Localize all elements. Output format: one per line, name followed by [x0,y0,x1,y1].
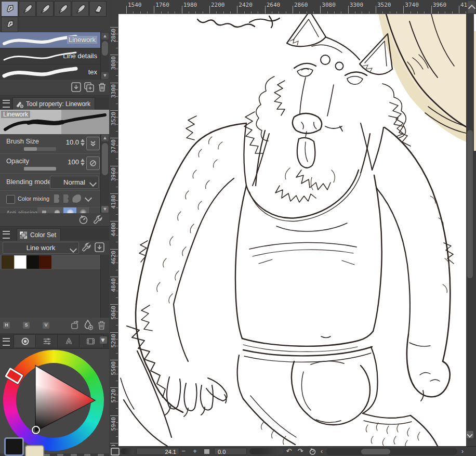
scrollbar-thumb[interactable] [102,41,108,56]
reset-all-icon[interactable] [78,214,89,225]
ruler-label: 3300 [110,84,117,98]
hsv-button-v[interactable]: V [43,322,49,329]
ruler-label: 3080 [322,2,336,8]
hsv-button-s[interactable]: S [23,322,30,329]
zoom-in-button[interactable]: + [191,447,199,456]
color-swatch[interactable] [2,255,14,269]
canvas-horizontal-scrollbar[interactable] [326,448,457,455]
panel-menu-icon[interactable] [3,231,10,239]
brush-preview[interactable]: Linework [0,110,109,134]
color-swatch[interactable] [39,255,51,269]
tab-color-sliders[interactable] [35,334,60,347]
canvas[interactable] [118,14,466,446]
tab-approx-color[interactable] [57,334,82,347]
aa-none-button[interactable] [37,207,51,213]
tool-property-scrollbar[interactable]: ▲ ▼ [100,134,109,213]
color-mixing-presets-icon[interactable] [53,193,82,204]
subtool-item-linework[interactable]: Linework [0,32,100,48]
subtool-scrollbar[interactable]: ▲ ▼ [100,32,109,80]
subtool-list: LineworkLine detailstex [0,32,100,80]
ruler-label: 4620 [110,251,117,265]
zoom-value-field[interactable]: 24.1 [136,448,179,455]
rotate-right-icon[interactable]: ↷ [296,447,305,456]
opacity-label: Opacity [6,157,29,165]
brush-2-tool-button[interactable] [36,1,54,17]
scroll-down-icon[interactable]: ▼ [101,206,109,213]
trash-icon[interactable] [96,320,107,331]
brush-size-slider[interactable] [24,147,56,151]
color-set-title: Color Set [30,231,56,239]
opacity-value[interactable]: 100 [58,158,79,166]
duplicate-subtool-icon[interactable] [84,82,95,93]
hsv-button-h[interactable]: H [3,322,10,329]
fit-to-screen-button[interactable] [204,449,209,454]
opacity-dynamics-button[interactable] [86,157,100,170]
tab-color-wheel[interactable] [14,334,38,347]
ruler-label: 4400 [110,223,117,237]
color-swatch[interactable] [14,255,27,269]
scroll-down-icon[interactable] [467,431,473,438]
color-set-preset-dropdown[interactable]: Line work [3,242,79,254]
scrollbar-thumb[interactable] [467,130,473,278]
aa-medium-button[interactable] [63,207,77,213]
rotation-slider[interactable] [249,448,283,454]
brush-size-value[interactable]: 10.0 [58,138,79,146]
tab-color-set[interactable]: Color Set [17,228,61,241]
color-set-scrollbar[interactable] [100,255,109,318]
subtool-item-tex[interactable]: tex [0,64,100,80]
brush-size-label: Brush Size [6,137,39,145]
ruler-label: 5940 [110,417,117,431]
tool-property-footer [0,213,109,227]
aa-strong-button[interactable] [76,207,90,213]
zoom-out-button[interactable]: − [180,447,187,456]
wrench-icon[interactable] [92,214,103,225]
pen-nib-2-tool-button[interactable] [1,17,18,32]
vertical-ruler: 2860308033003520374039604180440046204840… [109,14,119,446]
replace-color-icon[interactable] [70,320,81,331]
tab-tool-property[interactable]: Tool property: Linework [12,97,95,110]
add-color-icon[interactable] [83,319,94,330]
scroll-right-icon[interactable]: › [459,447,466,456]
color-set-empty-area[interactable] [0,269,100,318]
subtool-item-line-details[interactable]: Line details [0,48,100,64]
brush-4-tool-button[interactable] [72,1,89,17]
scroll-left-icon[interactable]: ‹ [319,447,325,456]
reset-rotation-icon[interactable] [309,448,316,455]
scroll-up-icon[interactable]: ▲ [101,33,109,40]
marker-tool-button[interactable] [89,1,107,17]
tool-property-title: Tool property: Linework [26,100,90,108]
color-mixing-checkbox[interactable] [6,195,15,204]
pen-nib-tool-button[interactable] [1,1,18,17]
brush-stroke-thumbnail [1,66,79,79]
brush-size-spinner[interactable] [81,138,85,147]
foreground-color-chip[interactable] [4,437,24,456]
brush-size-dynamics-button[interactable] [86,137,100,150]
zoom-slider[interactable] [121,448,134,454]
scrollbar-thumb[interactable] [361,449,390,454]
scroll-down-icon[interactable]: ▼ [101,72,109,79]
rotation-value-field[interactable]: 0.0 [214,448,247,455]
scroll-up-icon[interactable]: ▲ [101,135,109,141]
blending-mode-dropdown[interactable]: Normal [50,176,99,189]
opacity-spinner[interactable] [81,158,85,166]
color-mixing-expand-icon[interactable] [85,194,92,202]
scrollbar-thumb[interactable] [102,143,108,175]
panel-overflow-icon[interactable]: ▼ [100,336,107,344]
brush-1-tool-button[interactable] [19,1,36,17]
import-color-set-icon[interactable] [94,242,105,253]
opacity-slider[interactable] [24,167,56,171]
panel-menu-icon[interactable] [3,100,10,108]
rotate-left-icon[interactable]: ↶ [285,447,293,456]
sv-cursor[interactable] [32,426,40,434]
trash-icon[interactable] [97,82,108,93]
import-subtool-icon[interactable] [71,82,82,93]
color-swatch[interactable] [27,255,39,269]
canvas-vertical-scrollbar[interactable] [466,14,474,439]
brush-3-tool-button[interactable] [54,1,71,17]
background-color-chip[interactable] [25,445,44,456]
panel-menu-icon[interactable] [3,338,10,346]
edit-color-set-icon[interactable] [81,242,92,253]
scroll-up-icon[interactable] [468,1,475,13]
aa-weak-button[interactable] [50,207,64,213]
navigator-icon[interactable] [111,448,120,455]
